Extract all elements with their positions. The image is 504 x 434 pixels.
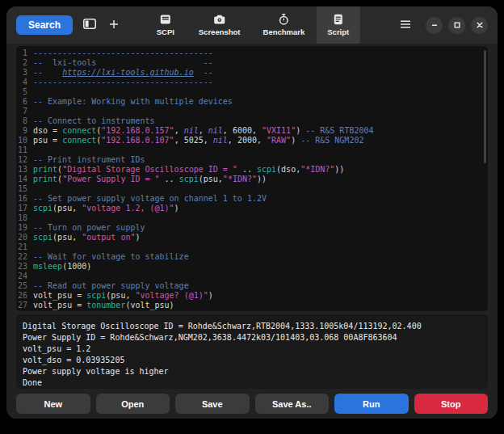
tab-scpi[interactable]: SCPI <box>144 6 187 44</box>
console-line: Power supply voltage is higher <box>23 366 481 377</box>
code-text: print("Power Supply ID = " .. scpi(psu,"… <box>33 175 267 184</box>
line-number: 20 <box>16 233 33 242</box>
code-text: ------------------------------------- <box>33 78 213 87</box>
tab-label: Script <box>327 27 349 36</box>
code-line: 4------------------------------------- <box>16 78 488 87</box>
tab-label: Benchmark <box>263 27 305 36</box>
code-line: 1------------------------------------- <box>16 48 488 58</box>
line-number: 4 <box>16 78 33 87</box>
tab-screenshot[interactable]: Screenshot <box>187 6 252 44</box>
close-icon <box>476 19 484 32</box>
code-line: 16-- Set power supply voltage on channel… <box>16 194 488 204</box>
line-number: 9 <box>16 126 33 136</box>
code-text: -- Set power supply voltage on channel 1… <box>33 194 267 204</box>
code-line: 19-- Turn on power supply <box>16 223 488 233</box>
code-text: scpi(psu, "voltage 1.2, (@1)") <box>33 204 179 213</box>
code-text: -- https://lxi-tools.github.io -- <box>33 68 213 78</box>
instrument-icon <box>160 14 171 25</box>
maximize-icon <box>453 19 461 32</box>
line-number: 17 <box>16 204 33 213</box>
line-number: 12 <box>16 155 33 165</box>
line-number: 2 <box>16 58 33 68</box>
console-line: volt_dso = 0.03935205 <box>23 355 481 366</box>
code-text: -- Example: Working with multiple device… <box>33 97 233 107</box>
code-text: dso = connect("192.168.0.157", nil, nil,… <box>33 126 374 136</box>
line-number: 18 <box>16 213 33 223</box>
run-button[interactable]: Run <box>334 394 409 414</box>
header-left-group: Search <box>6 15 121 35</box>
save-as-button[interactable]: Save As.. <box>255 394 330 414</box>
line-number: 6 <box>16 97 33 107</box>
line-number: 5 <box>16 87 33 97</box>
maximize-button[interactable] <box>448 17 465 34</box>
minimize-button[interactable] <box>426 17 443 34</box>
script-icon <box>334 14 343 25</box>
console-line: Digital Storage Oscilloscope ID = Rohde&… <box>23 321 481 332</box>
code-line: 24 <box>16 272 488 281</box>
line-number: 26 <box>16 291 33 301</box>
search-button[interactable]: Search <box>16 15 73 35</box>
open-button[interactable]: Open <box>96 394 170 414</box>
new-tab-button[interactable] <box>107 17 121 34</box>
line-number: 15 <box>16 184 33 194</box>
console-line: Done <box>23 377 481 389</box>
code-line: 25-- Read out power supply voltage <box>16 281 488 291</box>
code-line: 10psu = connect("192.168.0.107", 5025, n… <box>16 136 488 145</box>
line-number: 25 <box>16 281 33 291</box>
code-line: 22-- Wait for voltage to stabilize <box>16 252 488 262</box>
code-text: -- Read out power supply voltage <box>33 281 189 291</box>
code-line: 6-- Example: Working with multiple devic… <box>16 97 488 107</box>
line-number: 11 <box>16 145 33 155</box>
code-line: 3-- https://lxi-tools.github.io -- <box>16 68 488 78</box>
line-number: 3 <box>16 68 33 78</box>
close-button[interactable] <box>471 17 488 34</box>
line-number: 24 <box>16 272 33 281</box>
code-line: 5 <box>16 87 488 97</box>
output-console: Digital Storage Oscilloscope ID = Rohde&… <box>16 314 488 389</box>
line-number: 16 <box>16 194 33 204</box>
code-text: -- lxi-tools -- <box>33 58 213 68</box>
code-line: 27volt_psu = tonumber(volt_psu) <box>16 301 488 310</box>
tab-strip: SCPIScreenshotBenchmarkScript <box>144 6 360 44</box>
tab-benchmark[interactable]: Benchmark <box>252 6 317 44</box>
line-number: 14 <box>16 175 33 184</box>
hamburger-menu-icon <box>400 19 411 32</box>
plus-icon <box>109 19 119 32</box>
script-editor[interactable]: 1-------------------------------------2-… <box>16 46 488 311</box>
stopwatch-icon <box>279 14 289 25</box>
sidebar-toggle-button[interactable] <box>81 16 99 34</box>
stop-button[interactable]: Stop <box>414 394 489 414</box>
line-number: 21 <box>16 242 33 252</box>
line-number: 8 <box>16 116 33 126</box>
code-lines: 1-------------------------------------2-… <box>16 48 488 310</box>
code-line: 7 <box>16 107 488 116</box>
code-text: scpi(psu, "output on") <box>33 233 140 242</box>
minimize-icon <box>430 19 439 32</box>
save-button[interactable]: Save <box>175 394 250 414</box>
header-right-group <box>397 17 498 34</box>
code-line: 17scpi(psu, "voltage 1.2, (@1)") <box>16 204 488 213</box>
code-line: 18 <box>16 213 488 223</box>
line-number: 22 <box>16 252 33 262</box>
code-line: 8-- Connect to instruments <box>16 116 488 126</box>
code-text: volt_psu = scpi(psu, "voltage? (@1)") <box>33 291 213 301</box>
new-button[interactable]: New <box>16 394 90 414</box>
editor-scrollbar[interactable] <box>484 50 486 163</box>
header-bar: Search SCPIScreenshotBenchmarkScript <box>6 6 498 44</box>
line-number: 13 <box>16 165 33 175</box>
code-text: msleep(1000) <box>33 262 91 272</box>
code-text: ------------------------------------- <box>33 48 213 58</box>
code-text: volt_psu = tonumber(volt_psu) <box>33 301 174 310</box>
code-line: 20scpi(psu, "output on") <box>16 233 488 242</box>
code-text: -- Turn on power supply <box>33 223 145 233</box>
code-line: 15 <box>16 184 488 194</box>
code-line: 11 <box>16 145 488 155</box>
main-menu-button[interactable] <box>397 17 414 34</box>
code-text: -- Wait for voltage to stabilize <box>33 252 189 262</box>
line-number: 19 <box>16 223 33 233</box>
line-number: 23 <box>16 262 33 272</box>
tab-script[interactable]: Script <box>316 6 360 44</box>
line-number: 7 <box>16 107 33 116</box>
line-number: 1 <box>16 48 33 58</box>
console-line: volt_psu = 1.2 <box>23 343 481 355</box>
